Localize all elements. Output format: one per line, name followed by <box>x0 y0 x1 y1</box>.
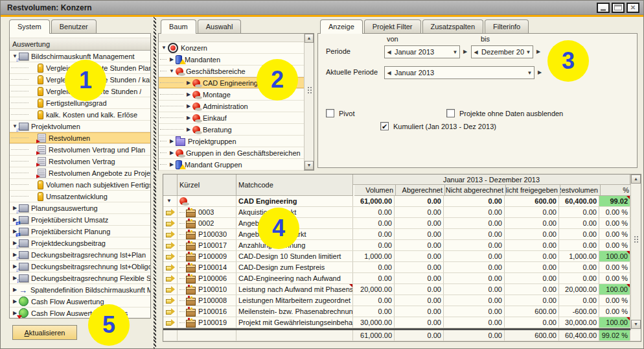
expand-icon[interactable]: ▶ <box>185 101 192 112</box>
auswertung-tree-item[interactable]: ▶Projektübersicht Planung <box>10 226 150 237</box>
spin-right-icon[interactable]: ▶ <box>461 45 469 58</box>
panel-splitter[interactable] <box>154 17 156 348</box>
tab-zusatzspalten[interactable]: Zusatzspalten <box>422 19 483 33</box>
org-tree-item[interactable]: ▶Einkauf <box>159 112 304 124</box>
goto-project-icon[interactable] <box>165 275 175 282</box>
org-tree-item[interactable]: ▶Gruppen in den Geschäftsbereichen <box>159 147 304 159</box>
table-row[interactable]: P100019Projekt mit Gewährleistungseinbeh… <box>163 317 641 328</box>
tab-filterinfo[interactable]: Filterinfo <box>485 19 529 33</box>
auswertung-tree-item[interactable]: ▶Projektdeckungsbeitrag <box>10 237 150 249</box>
table-row[interactable]: P100009CAD-Design 10 Stunden limitiert1,… <box>163 251 641 262</box>
value-column-header[interactable]: Restvolumen <box>560 185 601 196</box>
value-column-header[interactable]: Nicht abgerechnet <box>445 185 506 196</box>
goto-project-icon[interactable] <box>165 242 175 249</box>
expand-icon[interactable]: ▶ <box>168 159 176 171</box>
collapse-icon[interactable]: ▼ <box>160 42 168 54</box>
spin-right-icon[interactable]: ▶ <box>535 45 542 58</box>
scrollbar-grip-icon[interactable] <box>634 236 636 237</box>
auswertung-tree-item[interactable]: ▶Cash Flow Auswertung Details <box>10 307 150 319</box>
pivot-checkbox[interactable] <box>326 109 334 117</box>
goto-project-icon[interactable] <box>165 297 175 304</box>
table-row[interactable]: P100016Meilenstein- bzw. Phasenabrechnun… <box>163 306 641 317</box>
value-column-header[interactable]: Abgerechnet <box>396 185 445 196</box>
auswertung-tree-item[interactable]: Umsatzentwicklung <box>10 191 150 202</box>
aktualisieren-button[interactable]: Aktualisieren <box>12 325 77 340</box>
table-row[interactable]: P100006CAD-Engineering nach Aufwand0.000… <box>163 273 641 284</box>
auswertung-tree-item[interactable]: kalk. Kosten und kalk. Erlöse <box>10 109 150 121</box>
spin-right-icon[interactable]: ▶ <box>536 66 544 79</box>
goto-project-icon[interactable] <box>165 253 175 260</box>
scroll-up-icon[interactable]: ▲ <box>631 174 641 184</box>
org-tree-item[interactable]: ▼Konzern <box>159 42 304 54</box>
auswertung-tree-item[interactable]: ▶Deckungsbeitragsrechnung Ist+Obligo <box>10 261 150 272</box>
kumuliert-checkbox[interactable]: ✔ <box>380 122 389 130</box>
value-column-header[interactable]: Volumen <box>354 185 396 196</box>
spin-left-icon[interactable]: ◀ <box>385 49 393 55</box>
org-tree-item[interactable]: ▶Beratung <box>159 124 304 136</box>
auswertung-tree-item[interactable]: ▶Deckungsbeitragsrechnung Flexible Sp <box>10 272 150 284</box>
goto-project-icon[interactable] <box>165 209 175 216</box>
table-row[interactable]: P100017Anzahlungsrechnung0.000.000.000.0… <box>163 240 641 251</box>
auswertung-tree-item[interactable]: Restvolumen Vertrag <box>10 156 150 167</box>
org-tree-scrollbar[interactable]: ▲ ▼ <box>304 34 314 170</box>
org-tree-item[interactable]: ▶Projektgruppen <box>159 136 304 147</box>
periode-von-dropdown[interactable]: ◀ Januar 2013 ▼ <box>384 45 460 58</box>
chevron-down-icon[interactable]: ▼ <box>524 49 533 55</box>
auswertung-tree-item[interactable]: Restvolumen Vertrag und Plan <box>10 144 150 156</box>
scroll-up-icon[interactable]: ▲ <box>305 34 314 43</box>
spin-left-icon[interactable]: ◀ <box>385 70 393 76</box>
table-scrollbar[interactable]: ▲ ▼ <box>630 174 641 330</box>
value-column-header[interactable]: Nicht freigegeben <box>506 185 560 196</box>
goto-project-icon[interactable] <box>165 319 175 326</box>
minimize-button[interactable] <box>597 3 610 13</box>
scroll-down-icon[interactable]: ▼ <box>631 320 641 329</box>
goto-project-icon[interactable] <box>165 264 175 271</box>
projekte-ohne-daten-checkbox[interactable] <box>446 109 455 117</box>
goto-project-icon[interactable] <box>165 220 175 227</box>
expand-icon[interactable]: ▶ <box>168 147 176 159</box>
goto-project-icon[interactable] <box>165 286 175 293</box>
auswertung-tree-item[interactable]: ▶Cash Flow Auswertung <box>10 296 150 307</box>
title-bar[interactable]: Restvolumen: Konzern ✕ <box>1 1 643 15</box>
expand-icon[interactable]: ▶ <box>168 54 176 66</box>
auswertung-tree-item[interactable]: Restvolumen <box>10 132 150 144</box>
value-column-header[interactable]: % <box>601 185 632 196</box>
tab-benutzer[interactable]: Benutzer <box>51 19 97 33</box>
scroll-down-icon[interactable]: ▼ <box>305 161 314 170</box>
periode-bis-dropdown[interactable]: ◀ Dezember 2013 ▼ <box>471 45 533 58</box>
expand-icon[interactable]: ▶ <box>11 296 19 307</box>
aktuelle-periode-dropdown[interactable]: ◀ Januar 2013 ▼ <box>384 66 535 79</box>
matchcode-column-header[interactable]: Matchcode <box>236 174 353 196</box>
tab-projekt-filter[interactable]: Projekt Filter <box>364 19 421 33</box>
tab-anzeige[interactable]: Anzeige <box>320 19 363 34</box>
auswertung-tree-item[interactable]: ▶Planungsauswertung <box>10 202 150 214</box>
auswertung-tree-item[interactable]: ▼Projektvolumen <box>10 121 150 132</box>
expand-icon[interactable]: ▶ <box>11 284 19 296</box>
table-row[interactable]: P100030Angebot Media Markt0.000.000.000.… <box>163 229 641 240</box>
kuerzel-column-header[interactable]: Kürzel <box>178 174 236 196</box>
table-row[interactable]: P100014CAD-Design zum Festpreis0.000.000… <box>163 262 641 273</box>
org-tree-item[interactable]: ▶Administration <box>159 101 304 112</box>
close-button[interactable]: ✕ <box>627 3 639 13</box>
table-row[interactable]: P100008Leistungen Mitarbeitern zugeordne… <box>163 295 641 306</box>
expand-icon[interactable]: ▶ <box>185 89 192 101</box>
expand-icon[interactable]: ▶ <box>168 136 176 147</box>
chevron-down-icon[interactable]: ▼ <box>525 70 534 76</box>
scrollbar-grip-icon[interactable] <box>308 87 309 88</box>
org-tree-item[interactable]: ▶Mandant Gruppen <box>159 159 304 171</box>
auswertung-tree-item[interactable]: ▶Deckungsbeitragsrechnung Ist+Plan <box>10 249 150 261</box>
table-group-row[interactable]: ▼CAD Engineering61,000.000.000.00600.006… <box>163 196 641 207</box>
tab-system[interactable]: System <box>9 19 50 34</box>
expand-icon[interactable]: ▶ <box>185 77 192 89</box>
tab-baum[interactable]: Baum <box>161 19 196 34</box>
table-row[interactable]: 0003Akquistionsprojekt0.000.000.000.000.… <box>163 207 641 218</box>
auswertung-tree-item[interactable]: Restvolumen Angebote zu Projekt <box>10 167 150 179</box>
auswertung-tree-item[interactable]: ▶Spaltendefinition Bildschirmauskunft M <box>10 284 150 296</box>
maximize-button[interactable] <box>612 3 625 13</box>
table-row[interactable]: 0002Angebot0.000.000.000.000.000.00 % <box>163 218 641 229</box>
goto-project-icon[interactable] <box>165 308 175 315</box>
expand-icon[interactable]: ▶ <box>185 124 192 136</box>
chevron-down-icon[interactable]: ▼ <box>451 49 459 55</box>
spin-left-icon[interactable]: ◀ <box>472 49 480 55</box>
collapse-icon[interactable]: ▼ <box>168 66 176 77</box>
